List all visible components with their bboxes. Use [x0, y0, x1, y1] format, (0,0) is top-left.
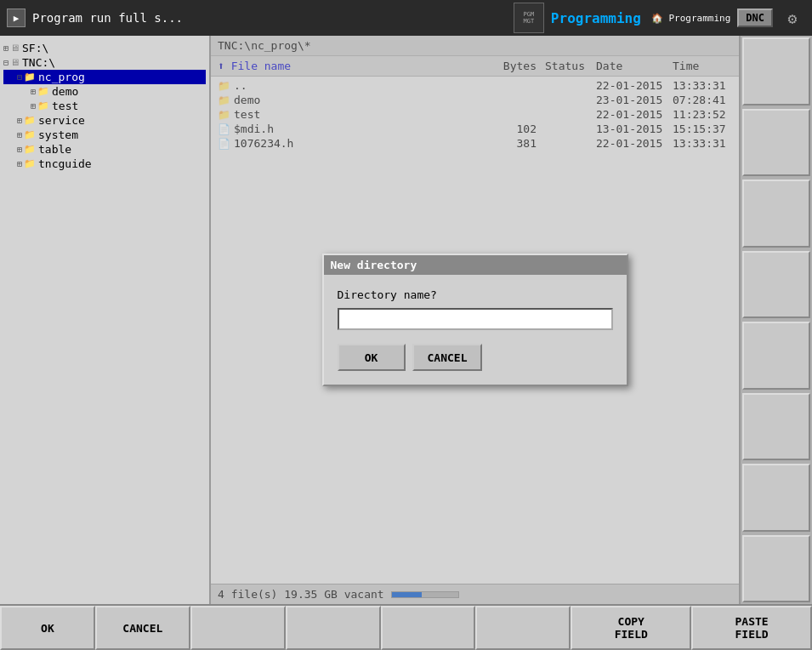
tree-item-tncguide[interactable]: ⊞📁tncguide — [3, 157, 206, 171]
toolbar-btn-4[interactable] — [286, 606, 381, 650]
side-button-2[interactable] — [742, 109, 810, 177]
folder-icon-table: 📁 — [24, 144, 36, 155]
tree-label-system: system — [38, 128, 78, 141]
toolbar-paste-field-button[interactable]: PASTE FIELD — [691, 606, 812, 650]
title-bar: ▶ Program run full s... PGM MGT Programm… — [0, 0, 812, 36]
folder-icon-tncguide: 📁 — [24, 158, 36, 169]
tree-label-demo: demo — [52, 85, 78, 98]
tree-item-nc_prog[interactable]: ⊟📁nc_prog — [3, 70, 206, 84]
pgm-mgt-icon: PGM MGT — [514, 3, 544, 33]
folder-icon-test: 📁 — [37, 100, 49, 111]
side-button-8[interactable] — [742, 535, 810, 603]
side-button-6[interactable] — [742, 393, 810, 461]
dialog-ok-button[interactable]: OK — [338, 344, 406, 371]
tree-label-nc_prog: nc_prog — [38, 71, 85, 83]
folder-icon-tnc: 🖥 — [10, 57, 20, 68]
side-button-3[interactable] — [742, 180, 810, 248]
tree-expand-system[interactable]: ⊞ — [17, 130, 22, 140]
tree-expand-tncguide[interactable]: ⊞ — [17, 159, 22, 168]
directory-name-input[interactable] — [338, 308, 613, 330]
folder-icon-system: 📁 — [24, 129, 36, 140]
folder-icon-demo: 📁 — [37, 86, 49, 97]
tree-label-test: test — [52, 100, 78, 112]
tree-item-table[interactable]: ⊞📁table — [3, 142, 206, 157]
right-panel: TNC:\nc_prog\* ⬆ File name Bytes Status … — [211, 36, 739, 604]
side-button-1[interactable] — [742, 37, 810, 105]
tree-expand-demo[interactable]: ⊞ — [31, 87, 36, 96]
programming-sublabel: 🏠 Programming — [651, 13, 730, 24]
toolbar-btn-6[interactable] — [475, 606, 571, 650]
tree-item-test[interactable]: ⊞📁test — [3, 99, 206, 113]
dialog-buttons: OK CANCEL — [338, 344, 613, 371]
tree-label-service: service — [38, 114, 85, 127]
tree-expand-table[interactable]: ⊞ — [17, 145, 22, 154]
toolbar-copy-field-button[interactable]: COPY FIELD — [571, 606, 691, 650]
tree-label-table: table — [38, 143, 71, 156]
tree-item-service[interactable]: ⊞📁service — [3, 113, 206, 128]
window-icon: ▶ — [7, 9, 26, 27]
side-button-5[interactable] — [742, 322, 810, 390]
side-button-4[interactable] — [742, 251, 810, 319]
new-directory-dialog: New directory Directory name? OK CANCEL — [322, 254, 628, 386]
file-tree: ⊞🖥SF:\⊟🖥TNC:\⊟📁nc_prog⊞📁demo⊞📁test⊞📁serv… — [0, 39, 209, 601]
dialog-body: Directory name? OK CANCEL — [324, 275, 627, 385]
dialog-cancel-button[interactable]: CANCEL — [412, 344, 483, 371]
tree-item-system[interactable]: ⊞📁system — [3, 128, 206, 142]
folder-icon-sf: 🖥 — [10, 43, 20, 54]
bottom-toolbar: OK CANCEL COPY FIELD PASTE FIELD — [0, 604, 812, 650]
tree-item-tnc[interactable]: ⊟🖥TNC:\ — [3, 55, 206, 70]
folder-icon-service: 📁 — [24, 115, 36, 126]
tree-item-demo[interactable]: ⊞📁demo — [3, 84, 206, 99]
tree-label-sf: SF:\ — [22, 42, 48, 54]
toolbar-cancel-button[interactable]: CANCEL — [95, 606, 190, 650]
tree-expand-sf[interactable]: ⊞ — [3, 43, 9, 53]
dialog-title: New directory — [324, 255, 627, 275]
toolbar-btn-3[interactable] — [190, 606, 286, 650]
programming-label: Programming — [551, 10, 641, 26]
tree-expand-tnc[interactable]: ⊟ — [3, 58, 9, 67]
tree-expand-nc_prog[interactable]: ⊟ — [17, 72, 22, 82]
dialog-overlay: New directory Directory name? OK CANCEL — [211, 36, 739, 604]
dialog-prompt: Directory name? — [338, 288, 613, 301]
side-button-7[interactable] — [742, 464, 810, 532]
gear-icon: ⚙ — [780, 3, 805, 33]
toolbar-ok-button[interactable]: OK — [0, 606, 95, 650]
tree-expand-test[interactable]: ⊞ — [31, 101, 36, 111]
tree-item-sf[interactable]: ⊞🖥SF:\ — [3, 41, 206, 55]
tree-expand-service[interactable]: ⊞ — [17, 116, 22, 125]
toolbar-btn-5[interactable] — [381, 606, 476, 650]
dnc-button[interactable]: DNC — [737, 9, 773, 27]
main-area: ⊞🖥SF:\⊟🖥TNC:\⊟📁nc_prog⊞📁demo⊞📁test⊞📁serv… — [0, 36, 812, 604]
right-side-panel — [739, 36, 812, 604]
window-title: Program run full s... — [32, 11, 507, 25]
tree-label-tncguide: tncguide — [38, 157, 92, 170]
left-panel: ⊞🖥SF:\⊟🖥TNC:\⊟📁nc_prog⊞📁demo⊞📁test⊞📁serv… — [0, 36, 211, 604]
tree-label-tnc: TNC:\ — [22, 56, 55, 69]
folder-icon-nc_prog: 📁 — [24, 71, 36, 83]
